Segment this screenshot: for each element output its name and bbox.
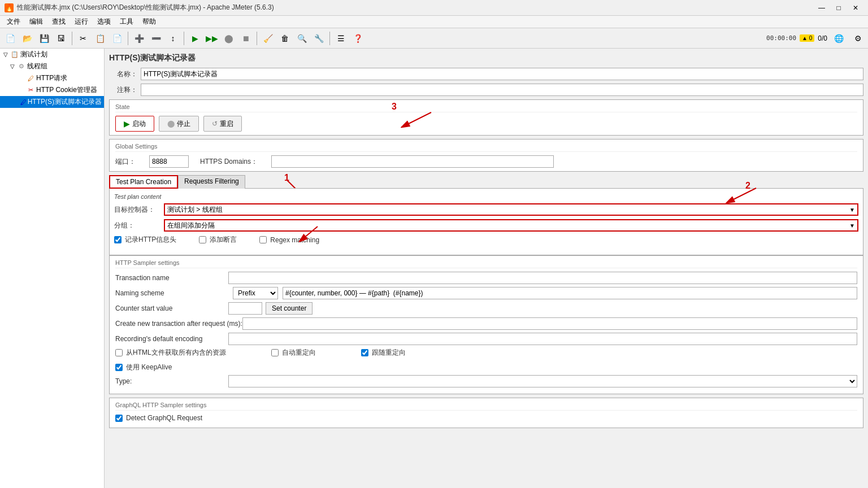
paste-button[interactable]: 📄 [109,30,125,46]
toggle-thread-group[interactable]: ▽ [9,63,16,70]
counter-start-label: Counter start value [115,304,228,312]
start-button[interactable]: ▶ [187,30,203,46]
tab-test-plan-creation[interactable]: Test Plan Creation [109,175,178,189]
state-section-title: State [115,103,857,112]
naming-scheme-pattern[interactable] [283,287,857,299]
thread-group-label: 线程组 [27,62,47,71]
remote-button[interactable]: 🌐 [831,30,847,46]
clear-all-button[interactable]: 🗑 [277,30,293,46]
collapse-button[interactable]: ➖ [148,30,164,46]
follow-redirect-row: 跟随重定向 [361,348,406,358]
menu-help[interactable]: 帮助 [138,16,160,28]
new-transaction-label: Create new transaction after request (ms… [115,320,242,328]
menu-find[interactable]: 查找 [47,16,70,28]
http-cookie-icon: ✂ [26,86,35,95]
menu-edit[interactable]: 编辑 [25,16,47,28]
sidebar-item-http-request[interactable]: 🖊 HTTP请求 [0,72,104,84]
settings-button[interactable]: 🔧 [311,30,327,46]
naming-scheme-row: Naming scheme Prefix [115,287,857,299]
sidebar-item-test-plan[interactable]: ▽ 📋 测试计划 [0,49,104,60]
new-button[interactable]: 📄 [2,30,18,46]
stop-button[interactable]: ⬤ 停止 [159,116,199,132]
global-settings-section: Global Settings 端口： HTTPS Domains： 1 [109,139,863,172]
transaction-name-label: Transaction name [115,274,228,282]
toggle-test-plan[interactable]: ▽ [2,51,9,58]
add-assertion-checkbox[interactable] [199,236,206,243]
cut-button[interactable]: ✂ [75,30,91,46]
grouping-label: 分组： [114,221,159,230]
tab-requests-filtering[interactable]: Requests Filtering [178,175,245,189]
sep2 [128,32,128,45]
new-transaction-input[interactable] [242,317,857,330]
auto-redirect-checkbox[interactable] [271,349,279,356]
stop-now-button[interactable]: ⏹ [238,30,254,46]
start-no-pause[interactable]: ▶▶ [204,30,220,46]
comment-input[interactable] [141,84,863,96]
minimize-button[interactable]: — [814,2,830,14]
http-recorder-label: HTTP(S)测试脚本记录器 [28,97,102,107]
sidebar-item-http-recorder[interactable]: 🖊 HTTP(S)测试脚本记录器 [0,96,104,108]
default-encoding-label: Recording's default encoding [115,335,228,343]
toggle-button[interactable]: ↕ [165,30,181,46]
expand-button[interactable]: ➕ [131,30,147,46]
sidebar-item-http-cookie[interactable]: ✂ HTTP Cookie管理器 [0,84,104,96]
type-row: Type: [115,375,857,387]
target-controller-label: 目标控制器： [114,205,159,215]
type-select[interactable] [228,375,857,387]
help-toolbar-button[interactable]: ❓ [350,30,366,46]
start-button[interactable]: ▶ 启动 [115,116,154,132]
detect-graphql-checkbox[interactable] [115,415,123,422]
sidebar: ▽ 📋 测试计划 ▽ ⚙ 线程组 🖊 HTTP请求 ✂ HTTP Cookie管… [0,49,105,488]
new-transaction-row: Create new transaction after request (ms… [115,317,857,330]
counter-row: Set counter [228,302,313,315]
list-button[interactable]: ☰ [333,30,349,46]
menu-run[interactable]: 运行 [70,16,93,28]
reset-button[interactable]: ↺ 重启 [203,116,242,132]
maximize-button[interactable]: □ [831,2,847,14]
counter-start-input[interactable] [228,302,262,315]
close-button[interactable]: ✕ [848,2,863,14]
state-section: State ▶ 启动 ⬤ 停止 ↺ 重启 3 [109,99,863,136]
content-area: HTTP(S)测试脚本记录器 名称： 注释： State ▶ 启动 [105,49,868,488]
menu-tools[interactable]: 工具 [115,16,138,28]
grouping-value: 在组间添加分隔 [167,221,215,230]
stop-button[interactable]: ⬤ [221,30,237,46]
copy-button[interactable]: 📋 [92,30,108,46]
open-button[interactable]: 📂 [19,30,35,46]
transaction-name-input[interactable] [228,272,857,284]
keepalive-checkbox[interactable] [115,364,123,371]
default-encoding-input[interactable] [228,333,857,345]
name-input[interactable] [141,68,863,80]
port-input[interactable] [149,155,189,168]
tab-requests-filtering-label: Requests Filtering [184,177,239,185]
menu-file[interactable]: 文件 [2,16,25,28]
search-button[interactable]: 🔍 [294,30,310,46]
record-http-checkbox[interactable] [114,236,121,243]
regex-matching-checkbox[interactable] [259,236,267,243]
menu-options[interactable]: 选项 [93,16,115,28]
clear-button[interactable]: 🧹 [260,30,276,46]
grouping-row: 分组： 在组间添加分隔 ▼ [114,219,858,232]
grouping-select[interactable]: 在组间添加分隔 ▼ [164,219,858,232]
target-controller-select[interactable]: 测试计划 > 线程组 ▼ [164,203,858,216]
global-settings-title: Global Settings [115,143,857,152]
follow-redirect-checkbox[interactable] [361,349,368,356]
auto-redirect-label: 自动重定向 [282,348,316,358]
set-counter-button[interactable]: Set counter [266,302,313,315]
test-plan-icon: 📋 [10,50,19,59]
options-btn[interactable]: ⚙ [850,30,866,46]
warning-badge: ▲ 0 [800,34,814,42]
save-as-button[interactable]: 🖫 [53,30,69,46]
https-label: HTTPS Domains： [200,157,258,167]
counter-display: 0/0 [818,34,827,42]
title-bar-left: 🔥 性能测试脚本.jmx (C:\Users\ROY\Desktop\性能测试脚… [5,3,274,12]
thread-group-icon: ⚙ [17,62,26,71]
fetch-html-checkbox[interactable] [115,349,123,356]
https-input[interactable] [271,155,554,168]
port-label: 端口： [115,157,136,167]
regex-matching-label: Regex matching [270,236,319,244]
sidebar-item-thread-group[interactable]: ▽ ⚙ 线程组 [0,60,104,72]
record-http-label: 记录HTTP信息头 [125,235,176,245]
save-button[interactable]: 💾 [36,30,52,46]
naming-scheme-select[interactable]: Prefix [233,287,278,299]
